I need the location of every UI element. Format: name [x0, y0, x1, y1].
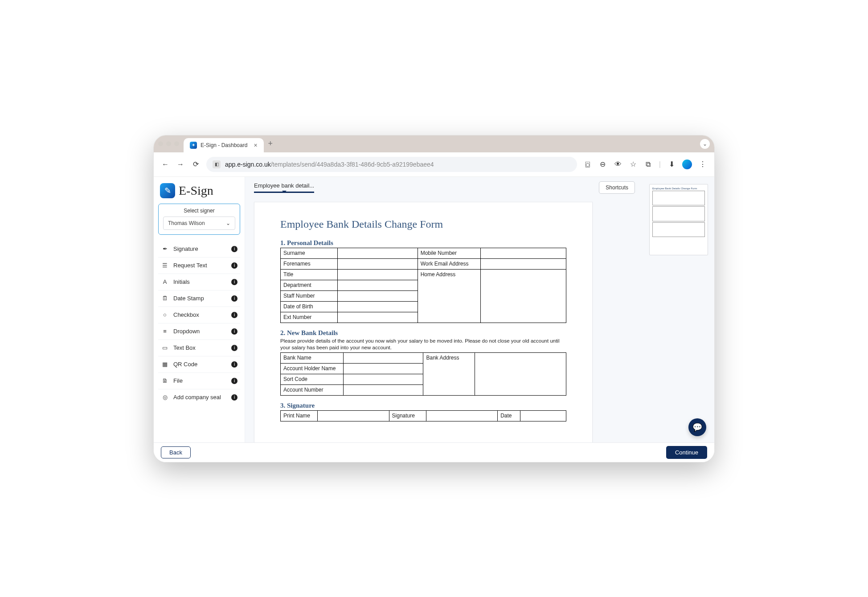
label-signature: Signature	[389, 410, 426, 421]
extensions-icon[interactable]: ⧉	[644, 160, 653, 169]
label-account-holder: Account Holder Name	[281, 363, 344, 374]
qr-icon: ▦	[161, 360, 169, 368]
sidebar: ✎ E-Sign Select signer Thomas Wilson ⌄ ✒…	[154, 177, 245, 462]
field-date-stamp[interactable]: 🗓Date Stamp i	[158, 290, 240, 307]
label-account-number: Account Number	[281, 384, 344, 395]
label-mobile: Mobile Number	[418, 248, 480, 258]
chat-bubble-icon[interactable]: 💬	[688, 418, 706, 436]
field-signature[interactable]: ✒Signature i	[158, 241, 240, 258]
label-staff-number: Staff Number	[281, 290, 338, 301]
section-3-heading: 3. Signature	[280, 402, 566, 409]
field-initials[interactable]: AInitials i	[158, 274, 240, 290]
back-button[interactable]: Back	[161, 446, 191, 458]
zoom-out-icon[interactable]: ⊖	[598, 160, 607, 169]
seal-icon: ◎	[161, 393, 169, 401]
info-icon[interactable]: i	[231, 262, 237, 269]
shortcuts-button[interactable]: Shortcuts	[599, 181, 635, 194]
label-dob: Date of Birth	[281, 301, 338, 312]
back-icon[interactable]: ←	[161, 160, 170, 169]
label-surname: Surname	[281, 248, 338, 258]
browser-tabbar: ✦ E-Sign - Dashboard × + ⌄	[154, 135, 714, 152]
info-icon[interactable]: i	[231, 345, 237, 351]
info-icon[interactable]: i	[231, 394, 237, 401]
personal-details-table: Surname Mobile Number Forenames Work Ema…	[280, 248, 566, 323]
logo-text: E-Sign	[179, 184, 213, 198]
field-request-text[interactable]: ☰Request Text i	[158, 258, 240, 274]
field-list: ✒Signature i ☰Request Text i AInitials i…	[158, 241, 240, 405]
section-2-heading: 2. New Bank Details	[280, 329, 566, 337]
main-area: Employee bank detail... Shortcuts Employ…	[245, 177, 643, 462]
bookmark-star-icon[interactable]: ☆	[629, 160, 638, 169]
tabs-overflow-icon[interactable]: ⌄	[700, 139, 710, 149]
close-tab-icon[interactable]: ×	[254, 142, 257, 149]
document-page[interactable]: Employee Bank Details Change Form 1. Per…	[254, 202, 593, 454]
url-host: app.e-sign.co.uk	[225, 161, 271, 168]
continue-button[interactable]: Continue	[666, 446, 707, 459]
label-bank-name: Bank Name	[281, 352, 344, 363]
info-icon[interactable]: i	[231, 246, 237, 252]
field-file[interactable]: 🗎File i	[158, 373, 240, 389]
checkbox-icon: ○	[161, 311, 169, 319]
section-2-note: Please provide details of the account yo…	[280, 338, 566, 352]
window-traffic-lights	[158, 141, 179, 146]
info-icon[interactable]: i	[231, 295, 237, 302]
thumbnail-rail: Employee Bank Details Change Form	[643, 177, 714, 462]
incognito-eye-icon[interactable]: 👁	[614, 160, 622, 169]
signer-select[interactable]: Thomas Wilson ⌄	[163, 217, 235, 230]
label-bank-address: Bank Address	[423, 352, 475, 395]
tab-title: E-Sign - Dashboard	[201, 142, 247, 148]
request-text-icon: ☰	[161, 262, 169, 270]
file-icon: 🗎	[161, 377, 169, 385]
field-text-box[interactable]: ▭Text Box i	[158, 340, 240, 356]
label-date: Date	[498, 410, 520, 421]
site-settings-icon[interactable]: ◧	[213, 160, 221, 168]
url-bar[interactable]: ◧ app.e-sign.co.uk/templates/send/449a8d…	[206, 157, 577, 172]
info-icon[interactable]: i	[231, 378, 237, 384]
info-icon[interactable]: i	[231, 328, 237, 335]
footer-bar: Back Continue	[154, 442, 714, 462]
document-tab[interactable]: Employee bank detail...	[254, 182, 314, 193]
signature-table: Print Name Signature Date	[280, 410, 566, 421]
kebab-menu-icon[interactable]: ⋮	[698, 160, 707, 169]
app-logo: ✎ E-Sign	[158, 183, 240, 198]
document-stage: Employee Bank Details Change Form 1. Per…	[245, 194, 643, 462]
download-icon[interactable]: ⬇	[667, 160, 676, 169]
field-company-seal[interactable]: ◎Add company seal i	[158, 389, 240, 405]
new-tab-button[interactable]: +	[268, 139, 273, 148]
label-print-name: Print Name	[281, 410, 318, 421]
reload-icon[interactable]: ⟳	[191, 160, 200, 169]
label-email: Work Email Address	[418, 258, 480, 269]
logo-mark-icon: ✎	[160, 183, 175, 198]
info-icon[interactable]: i	[231, 279, 237, 285]
browser-tab[interactable]: ✦ E-Sign - Dashboard ×	[184, 138, 264, 152]
info-icon[interactable]: i	[231, 361, 237, 368]
label-ext-number: Ext Number	[281, 312, 338, 323]
label-forenames: Forenames	[281, 258, 338, 269]
page-thumbnail[interactable]: Employee Bank Details Change Form	[649, 184, 708, 255]
info-icon[interactable]: i	[231, 312, 237, 318]
section-1-heading: 1. Personal Details	[280, 239, 566, 247]
forward-icon[interactable]: →	[176, 160, 185, 169]
label-sort-code: Sort Code	[281, 374, 344, 384]
textbox-icon: ▭	[161, 344, 169, 352]
chevron-down-icon: ⌄	[226, 220, 230, 226]
signer-selected: Thomas Wilson	[168, 220, 205, 226]
label-department: Department	[281, 280, 338, 290]
document-tab-bar: Employee bank detail... Shortcuts	[245, 177, 643, 194]
initials-icon: A	[161, 278, 169, 286]
label-title: Title	[281, 269, 338, 280]
bank-details-table: Bank Name Bank Address Account Holder Na…	[280, 352, 566, 396]
browser-toolbar: ← → ⟳ ◧ app.e-sign.co.uk/templates/send/…	[154, 152, 714, 177]
profile-avatar[interactable]	[682, 159, 692, 169]
app-body: ✎ E-Sign Select signer Thomas Wilson ⌄ ✒…	[154, 177, 714, 462]
url-path: /templates/send/449a8da3-3f81-486d-9cb5-…	[271, 161, 434, 168]
calendar-icon: 🗓	[161, 294, 169, 303]
field-checkbox[interactable]: ○Checkbox i	[158, 307, 240, 323]
tab-favicon: ✦	[190, 142, 197, 149]
signature-icon: ✒	[161, 245, 169, 253]
key-icon[interactable]: ⌼	[583, 160, 592, 169]
field-dropdown[interactable]: ≡Dropdown i	[158, 323, 240, 340]
label-home-address: Home Address	[418, 269, 480, 323]
signer-label: Select signer	[163, 208, 235, 214]
field-qr-code[interactable]: ▦QR Code i	[158, 356, 240, 373]
